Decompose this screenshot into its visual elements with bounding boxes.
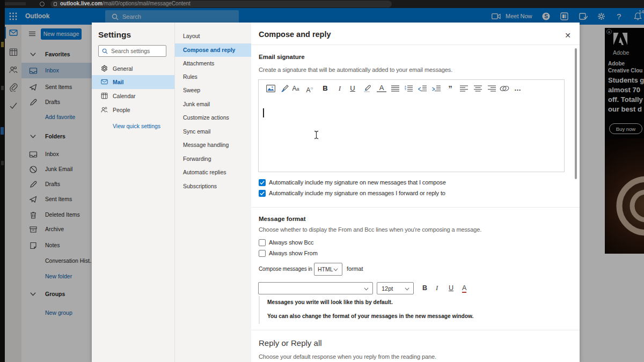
svg-text:3: 3 <box>405 88 406 91</box>
